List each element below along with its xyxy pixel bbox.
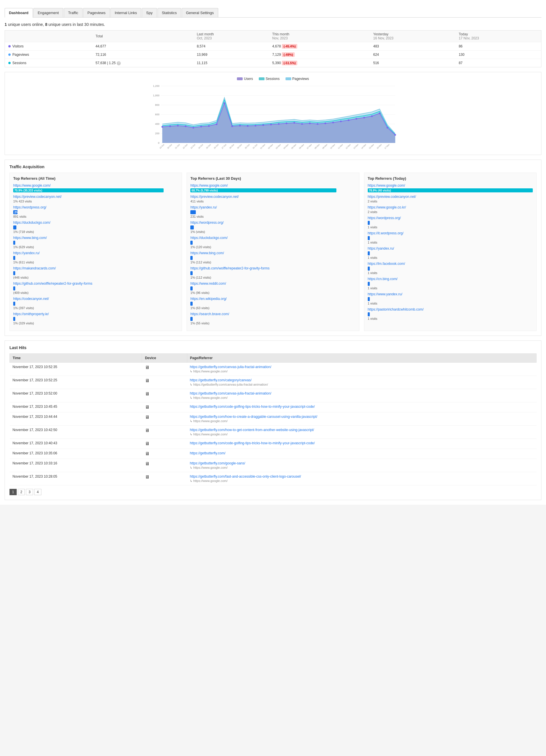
referrer-link[interactable]: https://wordpress.org/ <box>190 221 355 225</box>
referrer-link[interactable]: https://www.yandex.ru/ <box>368 292 533 296</box>
referrer-link[interactable]: https://www.bing.com/ <box>190 251 355 255</box>
hit-page: https://getbutterfly.com/fast-and-access… <box>187 472 536 485</box>
hit-row: November 17, 2023 10:35:06 🖥 https://get… <box>10 449 537 459</box>
hit-page-link[interactable]: https://getbutterfly.com/code-golfing-ti… <box>190 405 533 409</box>
tab-general-settings[interactable]: General Settings <box>182 8 218 17</box>
svg-text:04 Nov: 04 Nov <box>283 143 289 149</box>
tab-statistics[interactable]: Statistics <box>158 8 181 17</box>
referrer-link[interactable]: https://search.brave.com/ <box>190 312 355 316</box>
page-btn-2[interactable]: 2 <box>18 489 25 495</box>
referrer-bar <box>368 251 370 255</box>
page-btn-1[interactable]: 1 <box>9 489 17 495</box>
hit-row: November 17, 2023 10:52:35 🖥 https://get… <box>10 363 537 376</box>
referrer-link[interactable]: https://github.com/wolffe/repeater2-for-… <box>13 282 178 286</box>
referrer-panel: Top Referrers (All Time) https://www.goo… <box>9 173 182 331</box>
referrer-item: https://preview.codecanyon.net/1% 423 vi… <box>13 195 178 203</box>
hit-page: https://getbutterfly.com/canvas-julia-fr… <box>187 389 536 402</box>
svg-point-42 <box>356 118 357 120</box>
hit-page-link[interactable]: https://getbutterfly.com/category/canvas… <box>190 378 533 382</box>
hit-page-link[interactable]: https://getbutterfly.com/google-sans/ <box>190 461 533 465</box>
hit-time: November 17, 2023 10:45:45 <box>10 402 142 412</box>
svg-point-32 <box>278 123 280 125</box>
col-total: Total <box>92 30 193 42</box>
referrer-link[interactable]: https://yandex.ru/ <box>13 251 178 255</box>
hit-time: November 17, 2023 10:44:44 <box>10 412 142 426</box>
hit-page-link[interactable]: https://getbutterfly.com/ <box>190 451 533 455</box>
referrer-link[interactable]: https://www.bing.com/ <box>13 236 178 240</box>
hit-page-link[interactable]: https://getbutterfly.com/canvas-julia-fr… <box>190 391 533 395</box>
referrer-link[interactable]: https://github.com/wolffe/repeater2-for-… <box>190 266 355 270</box>
referrer-link[interactable]: https://yandex.ru/ <box>368 246 533 250</box>
referrer-link[interactable]: https://wordpress.org/ <box>368 216 533 220</box>
referrer-link[interactable]: https://yandex.ru/ <box>190 205 355 209</box>
referrer-link[interactable]: https://cn.bing.com/ <box>368 277 533 281</box>
referrer-count: 1 visits <box>368 225 533 229</box>
referrer-link[interactable]: https://pastoririchardcwhitcomb.com/ <box>368 307 533 311</box>
svg-point-26 <box>231 125 233 127</box>
legend-sessions: Sessions <box>259 77 280 81</box>
desktop-icon: 🖥 <box>145 365 150 370</box>
referrer-link[interactable]: https://www.reddit.com/ <box>190 282 355 286</box>
referrer-count: 1% (397 visits) <box>13 306 178 310</box>
referrer-link[interactable]: https://preview.codecanyon.net/ <box>190 195 355 199</box>
referrer-count: 2 visits <box>368 210 533 214</box>
hit-page-link[interactable]: https://getbutterfly.com/how-to-get-cont… <box>190 428 533 432</box>
referrer-count: 1% (112 visits) <box>190 261 355 264</box>
tab-traffic[interactable]: Traffic <box>64 8 83 17</box>
hit-page-link[interactable]: https://getbutterfly.com/canvas-julia-fr… <box>190 365 533 369</box>
row-this-month: 5,390 (-51.5%) <box>269 59 370 67</box>
tab-engagement[interactable]: Engagement <box>33 8 63 17</box>
svg-text:31 Oct: 31 Oct <box>252 143 258 149</box>
referrer-link[interactable]: https://wordpress.org/ <box>13 205 178 209</box>
referrer-link[interactable]: https://lm.facebook.com/ <box>368 262 533 266</box>
referrer-link[interactable]: https://codecanyon.net/ <box>13 297 178 301</box>
referrer-link[interactable]: https://preview.codecanyon.net/ <box>13 195 178 199</box>
hit-page-link[interactable]: https://getbutterfly.com/fast-and-access… <box>190 474 533 479</box>
referrer-link[interactable]: https://preview.codecanyon.net/ <box>368 195 533 199</box>
referrer-item: https://smithproperty.ie/1% (329 visits) <box>13 312 178 325</box>
referrer-count: 1% (112 visits) <box>190 276 355 279</box>
referrer-link[interactable]: https://www.google.com/ <box>190 183 355 187</box>
hits-table: Time Device Page/Referrer November 17, 2… <box>9 353 537 485</box>
hit-page-link[interactable]: https://getbutterfly.com/how-to-create-a… <box>190 415 533 419</box>
svg-point-36 <box>309 123 311 124</box>
legend-pageviews-color <box>286 77 291 80</box>
referrer-bar <box>13 225 16 229</box>
referrer-item: https://lm.facebook.com/1 visits <box>368 262 533 275</box>
referrer-bar: 70.9% (30,333 visits) <box>13 188 164 192</box>
last-hits-section: Last Hits Time Device Page/Referrer Nove… <box>5 340 541 500</box>
tab-internal-links[interactable]: Internal Links <box>110 8 141 17</box>
referrer-item: https://wordpress.org/1 visits <box>368 216 533 229</box>
referrer-link[interactable]: https://www.google.co.kr/ <box>368 205 533 209</box>
tab-pageviews[interactable]: Pageviews <box>83 8 110 17</box>
info-icon[interactable]: ? <box>117 61 121 65</box>
referrer-link[interactable]: https://duckduckgo.com/ <box>13 221 178 225</box>
hit-device: 🖥 <box>142 376 187 389</box>
legend-users-color <box>237 77 243 80</box>
referrer-link[interactable]: https://duckduckgo.com/ <box>190 236 355 240</box>
tab-dashboard[interactable]: Dashboard <box>5 8 33 18</box>
row-total: 57,638 | 1.25? <box>92 59 193 67</box>
page-btn-4[interactable]: 4 <box>34 489 41 495</box>
referrer-link[interactable]: https://www.google.com/ <box>13 183 178 187</box>
referrer-link[interactable]: https://it.wordpress.org/ <box>368 231 533 235</box>
svg-point-18 <box>169 125 171 127</box>
referrer-count: 1 visits <box>368 256 533 259</box>
hit-page-link[interactable]: https://getbutterfly.com/code-golfing-ti… <box>190 441 533 445</box>
change-badge: (-49%) <box>282 52 295 57</box>
referrer-link[interactable]: https://smithproperty.ie/ <box>13 312 178 316</box>
row-today: 87 <box>455 59 541 67</box>
stats-row: Pageviews 72,116 13,969 7,129 (-49%) 624… <box>5 51 541 59</box>
hit-page: https://getbutterfly.com/category/canvas… <box>187 376 536 389</box>
page-btn-3[interactable]: 3 <box>26 489 33 495</box>
hit-page: https://getbutterfly.com/how-to-create-a… <box>187 412 536 426</box>
svg-text:05 Nov: 05 Nov <box>291 143 297 149</box>
legend-pageviews: Pageviews <box>286 77 309 81</box>
tab-spy[interactable]: Spy <box>142 8 157 17</box>
referrer-link[interactable]: https://www.google.com/ <box>368 183 533 187</box>
referrer-link[interactable]: https://makandracards.com/ <box>13 266 178 270</box>
svg-text:25 Oct: 25 Oct <box>206 143 211 149</box>
referrer-bar <box>368 236 370 240</box>
referrer-link[interactable]: https://en.wikipedia.org/ <box>190 297 355 301</box>
referrer-count: 1% (611 visits) <box>13 261 178 264</box>
